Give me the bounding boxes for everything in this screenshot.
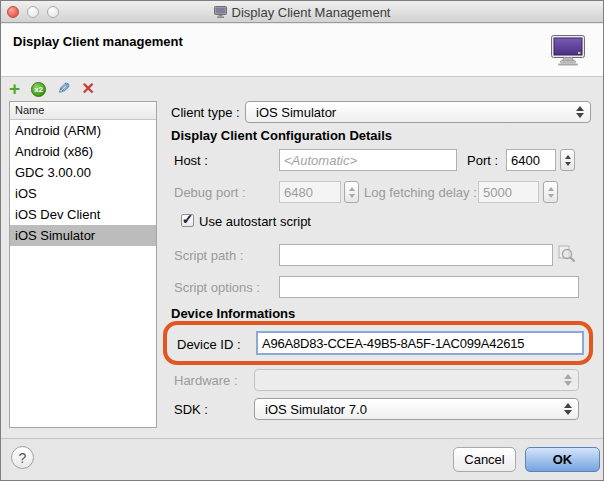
debug-port-input (279, 181, 341, 203)
client-list: Name Android (ARM) Android (x86) GDC 3.0… (9, 101, 157, 428)
list-toolbar: + x2 ✎ ✕ (9, 80, 95, 98)
list-header-name: Name (10, 102, 156, 120)
hardware-label: Hardware : (174, 373, 238, 388)
script-path-label: Script path : (174, 248, 243, 263)
minimize-button[interactable] (27, 6, 39, 18)
window-title: Display Client Management (232, 5, 391, 20)
log-delay-input (478, 181, 539, 203)
close-button[interactable] (7, 6, 19, 18)
script-path-input[interactable] (279, 244, 553, 266)
duplicate-client-button[interactable]: x2 (31, 82, 46, 97)
footer-bar: ? Cancel OK (1, 438, 603, 481)
log-delay-stepper (543, 181, 558, 203)
window-monitor-icon (214, 6, 227, 18)
checkmark-icon: ✓ (182, 214, 194, 224)
client-type-select[interactable]: iOS Simulator (245, 101, 591, 123)
sdk-label: SDK : (174, 402, 208, 417)
script-options-input[interactable] (279, 276, 579, 298)
list-item[interactable]: iOS Dev Client (10, 204, 156, 225)
device-id-label: Device ID : (177, 337, 241, 352)
host-input[interactable] (279, 149, 457, 171)
list-item[interactable]: iOS (10, 183, 156, 204)
host-label: Host : (174, 153, 208, 168)
autostart-checkbox[interactable]: ✓ (181, 214, 194, 227)
port-input[interactable] (506, 149, 556, 171)
log-delay-label: Log fetching delay : (364, 185, 477, 200)
browse-file-icon[interactable] (557, 245, 576, 264)
sdk-select[interactable]: iOS Simulator 7.0 (254, 398, 579, 420)
autostart-label: Use autostart script (199, 214, 311, 229)
ok-button[interactable]: OK (525, 447, 600, 472)
header-band: Display Client management (1, 24, 603, 77)
page-title: Display Client management (13, 34, 183, 49)
script-options-label: Script options : (174, 280, 260, 295)
add-client-button[interactable]: + (9, 81, 20, 97)
title-bar: Display Client Management (1, 1, 603, 23)
device-section-title: Device Informations (171, 306, 295, 321)
hardware-select (254, 369, 579, 391)
delete-client-button[interactable]: ✕ (82, 81, 95, 97)
port-stepper[interactable] (560, 149, 575, 171)
help-button[interactable]: ? (11, 446, 34, 469)
client-type-label: Client type : (171, 105, 240, 120)
zoom-button[interactable] (47, 6, 59, 18)
port-label: Port : (467, 153, 498, 168)
popup-arrows-icon (564, 374, 572, 386)
display-monitor-icon (549, 34, 587, 67)
edit-client-button[interactable]: ✎ (57, 81, 70, 97)
cancel-button[interactable]: Cancel (453, 447, 516, 472)
sdk-value: iOS Simulator 7.0 (265, 402, 367, 417)
debug-port-stepper (344, 181, 359, 203)
popup-arrows-icon (576, 106, 584, 118)
list-item[interactable]: Android (x86) (10, 141, 156, 162)
config-section-title: Display Client Configuration Details (171, 128, 392, 143)
list-item-selected[interactable]: iOS Simulator (10, 225, 156, 246)
list-item[interactable]: GDC 3.00.00 (10, 162, 156, 183)
debug-port-label: Debug port : (174, 185, 246, 200)
client-type-value: iOS Simulator (256, 105, 336, 120)
device-id-input[interactable] (256, 331, 584, 355)
list-item[interactable]: Android (ARM) (10, 120, 156, 141)
popup-arrows-icon (564, 403, 572, 415)
display-client-management-window: Display Client Management Display Client… (0, 0, 604, 481)
